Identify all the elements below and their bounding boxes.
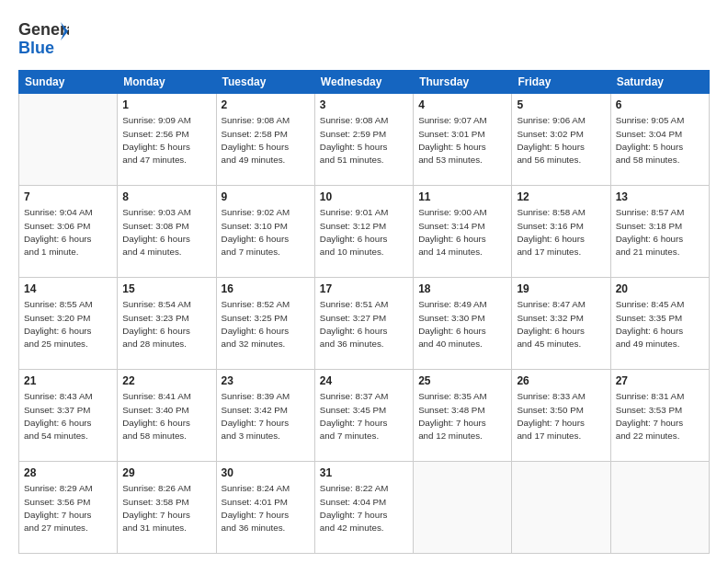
col-header-monday: Monday <box>118 71 216 94</box>
day-number: 15 <box>122 282 210 297</box>
day-number: 20 <box>616 282 704 297</box>
day-info: Sunrise: 8:22 AM Sunset: 4:04 PM Dayligh… <box>320 482 408 534</box>
day-number: 26 <box>517 373 605 389</box>
day-number: 1 <box>122 98 210 113</box>
day-info: Sunrise: 9:08 AM Sunset: 2:58 PM Dayligh… <box>222 114 310 167</box>
day-cell: 24Sunrise: 8:37 AM Sunset: 3:45 PM Dayli… <box>314 370 413 462</box>
day-cell: 9Sunrise: 9:02 AM Sunset: 3:10 PM Daylig… <box>216 186 314 278</box>
day-cell: 30Sunrise: 8:24 AM Sunset: 4:01 PM Dayli… <box>216 462 314 554</box>
day-cell: 17Sunrise: 8:51 AM Sunset: 3:27 PM Dayli… <box>314 278 413 370</box>
day-number: 22 <box>122 373 210 389</box>
day-cell: 8Sunrise: 9:03 AM Sunset: 3:08 PM Daylig… <box>118 186 216 278</box>
day-number: 11 <box>418 190 506 205</box>
day-number: 9 <box>222 190 310 205</box>
col-header-sunday: Sunday <box>19 71 118 94</box>
day-info: Sunrise: 8:26 AM Sunset: 3:58 PM Dayligh… <box>122 482 210 534</box>
day-info: Sunrise: 8:37 AM Sunset: 3:45 PM Dayligh… <box>320 390 408 442</box>
day-cell: 4Sunrise: 9:07 AM Sunset: 3:01 PM Daylig… <box>414 94 512 186</box>
day-cell <box>610 462 709 554</box>
day-number: 10 <box>320 190 408 205</box>
day-info: Sunrise: 8:54 AM Sunset: 3:23 PM Dayligh… <box>122 298 210 350</box>
day-info: Sunrise: 9:00 AM Sunset: 3:14 PM Dayligh… <box>418 206 506 259</box>
day-cell: 23Sunrise: 8:39 AM Sunset: 3:42 PM Dayli… <box>216 370 314 462</box>
day-number: 31 <box>320 465 408 481</box>
day-info: Sunrise: 8:41 AM Sunset: 3:40 PM Dayligh… <box>122 390 210 442</box>
day-cell: 15Sunrise: 8:54 AM Sunset: 3:23 PM Dayli… <box>118 278 216 370</box>
day-number: 5 <box>517 98 605 113</box>
day-number: 16 <box>222 282 310 297</box>
day-info: Sunrise: 9:06 AM Sunset: 3:02 PM Dayligh… <box>517 114 605 167</box>
day-number: 14 <box>24 282 112 297</box>
day-info: Sunrise: 9:01 AM Sunset: 3:12 PM Dayligh… <box>320 206 408 259</box>
day-cell: 7Sunrise: 9:04 AM Sunset: 3:06 PM Daylig… <box>19 186 118 278</box>
day-cell: 18Sunrise: 8:49 AM Sunset: 3:30 PM Dayli… <box>414 278 512 370</box>
day-number: 23 <box>222 373 310 389</box>
day-number: 7 <box>24 190 112 205</box>
day-info: Sunrise: 8:35 AM Sunset: 3:48 PM Dayligh… <box>418 390 506 442</box>
day-info: Sunrise: 8:47 AM Sunset: 3:32 PM Dayligh… <box>517 298 605 350</box>
calendar-table: SundayMondayTuesdayWednesdayThursdayFrid… <box>18 70 710 554</box>
day-cell: 21Sunrise: 8:43 AM Sunset: 3:37 PM Dayli… <box>19 370 118 462</box>
day-cell: 6Sunrise: 9:05 AM Sunset: 3:04 PM Daylig… <box>610 94 709 186</box>
day-cell: 14Sunrise: 8:55 AM Sunset: 3:20 PM Dayli… <box>19 278 118 370</box>
day-cell: 3Sunrise: 9:08 AM Sunset: 2:59 PM Daylig… <box>314 94 413 186</box>
day-info: Sunrise: 9:09 AM Sunset: 2:56 PM Dayligh… <box>122 114 210 167</box>
week-row-4: 21Sunrise: 8:43 AM Sunset: 3:37 PM Dayli… <box>19 370 710 462</box>
day-info: Sunrise: 8:51 AM Sunset: 3:27 PM Dayligh… <box>320 298 408 350</box>
day-info: Sunrise: 8:43 AM Sunset: 3:37 PM Dayligh… <box>24 390 112 442</box>
day-number: 29 <box>122 465 210 481</box>
day-info: Sunrise: 8:55 AM Sunset: 3:20 PM Dayligh… <box>24 298 112 350</box>
day-cell: 5Sunrise: 9:06 AM Sunset: 3:02 PM Daylig… <box>512 94 610 186</box>
day-number: 13 <box>616 190 704 205</box>
day-cell: 13Sunrise: 8:57 AM Sunset: 3:18 PM Dayli… <box>610 186 709 278</box>
day-info: Sunrise: 9:04 AM Sunset: 3:06 PM Dayligh… <box>24 206 112 259</box>
day-number: 27 <box>616 373 704 389</box>
day-info: Sunrise: 9:02 AM Sunset: 3:10 PM Dayligh… <box>222 206 310 259</box>
header-row: SundayMondayTuesdayWednesdayThursdayFrid… <box>19 71 710 94</box>
day-cell: 11Sunrise: 9:00 AM Sunset: 3:14 PM Dayli… <box>414 186 512 278</box>
generalblue-logo-icon: GeneralBlue <box>18 15 69 61</box>
day-info: Sunrise: 8:24 AM Sunset: 4:01 PM Dayligh… <box>222 482 310 534</box>
day-number: 28 <box>24 465 112 481</box>
day-info: Sunrise: 8:45 AM Sunset: 3:35 PM Dayligh… <box>616 298 704 350</box>
day-cell: 10Sunrise: 9:01 AM Sunset: 3:12 PM Dayli… <box>314 186 413 278</box>
week-row-3: 14Sunrise: 8:55 AM Sunset: 3:20 PM Dayli… <box>19 278 710 370</box>
page: GeneralBlue SundayMondayTuesdayWednesday… <box>0 0 728 563</box>
col-header-saturday: Saturday <box>610 71 709 94</box>
week-row-2: 7Sunrise: 9:04 AM Sunset: 3:06 PM Daylig… <box>19 186 710 278</box>
day-number: 30 <box>222 465 310 481</box>
day-number: 17 <box>320 282 408 297</box>
day-cell: 1Sunrise: 9:09 AM Sunset: 2:56 PM Daylig… <box>118 94 216 186</box>
day-cell <box>19 94 118 186</box>
day-number: 21 <box>24 373 112 389</box>
col-header-wednesday: Wednesday <box>314 71 413 94</box>
day-number: 3 <box>320 98 408 113</box>
day-cell: 28Sunrise: 8:29 AM Sunset: 3:56 PM Dayli… <box>19 462 118 554</box>
day-cell: 20Sunrise: 8:45 AM Sunset: 3:35 PM Dayli… <box>610 278 709 370</box>
day-number: 25 <box>418 373 506 389</box>
svg-text:Blue: Blue <box>18 39 54 57</box>
day-info: Sunrise: 9:07 AM Sunset: 3:01 PM Dayligh… <box>418 114 506 167</box>
day-info: Sunrise: 8:31 AM Sunset: 3:53 PM Dayligh… <box>616 390 704 442</box>
col-header-friday: Friday <box>512 71 610 94</box>
col-header-tuesday: Tuesday <box>216 71 314 94</box>
day-info: Sunrise: 8:58 AM Sunset: 3:16 PM Dayligh… <box>517 206 605 259</box>
day-cell: 19Sunrise: 8:47 AM Sunset: 3:32 PM Dayli… <box>512 278 610 370</box>
day-number: 24 <box>320 373 408 389</box>
day-info: Sunrise: 8:39 AM Sunset: 3:42 PM Dayligh… <box>222 390 310 442</box>
col-header-thursday: Thursday <box>414 71 512 94</box>
day-cell: 12Sunrise: 8:58 AM Sunset: 3:16 PM Dayli… <box>512 186 610 278</box>
day-cell: 25Sunrise: 8:35 AM Sunset: 3:48 PM Dayli… <box>414 370 512 462</box>
day-info: Sunrise: 8:57 AM Sunset: 3:18 PM Dayligh… <box>616 206 704 259</box>
day-number: 8 <box>122 190 210 205</box>
day-cell <box>414 462 512 554</box>
day-number: 12 <box>517 190 605 205</box>
day-number: 4 <box>418 98 506 113</box>
day-cell: 31Sunrise: 8:22 AM Sunset: 4:04 PM Dayli… <box>314 462 413 554</box>
day-cell: 26Sunrise: 8:33 AM Sunset: 3:50 PM Dayli… <box>512 370 610 462</box>
header: GeneralBlue <box>18 15 710 61</box>
day-number: 6 <box>616 98 704 113</box>
day-cell: 29Sunrise: 8:26 AM Sunset: 3:58 PM Dayli… <box>118 462 216 554</box>
day-info: Sunrise: 8:49 AM Sunset: 3:30 PM Dayligh… <box>418 298 506 350</box>
day-cell: 22Sunrise: 8:41 AM Sunset: 3:40 PM Dayli… <box>118 370 216 462</box>
